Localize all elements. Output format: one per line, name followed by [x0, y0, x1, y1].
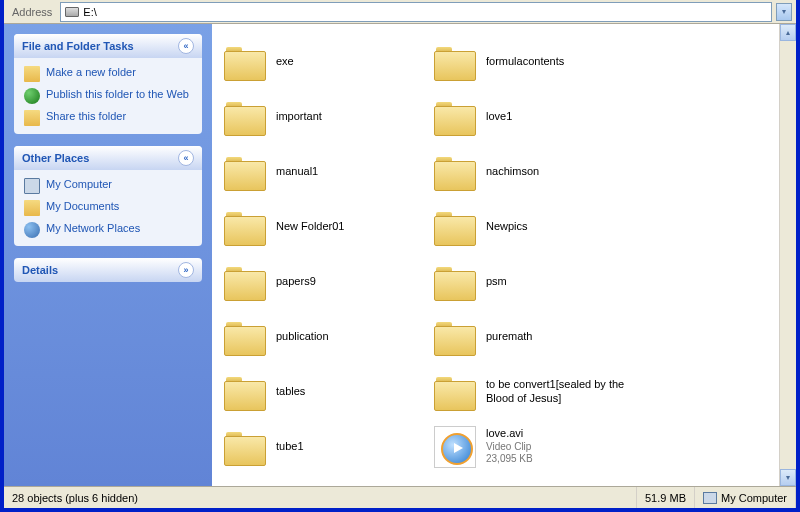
task-label: Publish this folder to the Web — [46, 88, 189, 100]
status-location-text: My Computer — [721, 492, 787, 504]
content-wrap: exeformulacontentsimportantlove1manual1n… — [212, 24, 796, 486]
item-label: to be convert1[sealed by the Blood of Je… — [486, 378, 632, 406]
folder-icon — [434, 264, 476, 300]
folder-icon — [434, 374, 476, 410]
task-link[interactable]: Publish this folder to the Web — [24, 88, 192, 104]
folder-icon — [434, 44, 476, 80]
folder-icon — [434, 154, 476, 190]
collapse-icon: « — [178, 38, 194, 54]
folder-icon — [434, 209, 476, 245]
folder-icon — [224, 44, 266, 80]
drive-icon — [65, 7, 79, 17]
scroll-track[interactable] — [780, 41, 796, 469]
place-label: My Computer — [46, 178, 112, 190]
item-label: love1 — [486, 110, 512, 124]
my-computer-icon — [703, 492, 717, 504]
folder-icon — [224, 429, 266, 465]
status-objects: 28 objects (plus 6 hidden) — [4, 487, 637, 508]
video-file-icon — [434, 426, 476, 468]
folder-item[interactable]: exe — [218, 34, 428, 89]
panel-body-places: My ComputerMy DocumentsMy Network Places — [14, 170, 202, 246]
item-label: important — [276, 110, 322, 124]
scroll-down-button[interactable]: ▾ — [780, 469, 796, 486]
panel-details: Details » — [14, 258, 202, 282]
panel-header-details[interactable]: Details » — [14, 258, 202, 282]
task-link[interactable]: Share this folder — [24, 110, 192, 126]
side-pane: File and Folder Tasks « Make a new folde… — [4, 24, 212, 486]
status-size: 51.9 MB — [637, 487, 695, 508]
body: File and Folder Tasks « Make a new folde… — [4, 24, 796, 486]
item-label: Newpics — [486, 220, 528, 234]
scroll-up-button[interactable]: ▴ — [780, 24, 796, 41]
folder-item[interactable]: psm — [428, 254, 638, 309]
panel-title: Details — [22, 264, 58, 276]
status-bar: 28 objects (plus 6 hidden) 51.9 MB My Co… — [4, 486, 796, 508]
expand-icon: » — [178, 262, 194, 278]
comp-icon — [24, 178, 40, 194]
place-link[interactable]: My Computer — [24, 178, 192, 194]
item-label: manual1 — [276, 165, 318, 179]
address-field[interactable]: E:\ — [60, 2, 772, 22]
folder-icon — [434, 99, 476, 135]
item-label: tables — [276, 385, 305, 399]
chevron-down-icon: ▾ — [786, 473, 790, 482]
folder-item[interactable]: tables — [218, 364, 428, 419]
folder-item[interactable]: New Folder01 — [218, 199, 428, 254]
panel-title: File and Folder Tasks — [22, 40, 134, 52]
folder-item[interactable]: love1 — [428, 89, 638, 144]
item-label: tube1 — [276, 440, 304, 454]
folder-item[interactable]: Newpics — [428, 199, 638, 254]
panel-header-places[interactable]: Other Places « — [14, 146, 202, 170]
docs-icon — [24, 200, 40, 216]
address-path: E:\ — [83, 6, 96, 18]
item-label: publication — [276, 330, 329, 344]
share-icon — [24, 110, 40, 126]
folder-item[interactable]: papers9 — [218, 254, 428, 309]
address-dropdown-button[interactable]: ▾ — [776, 3, 792, 21]
task-label: Share this folder — [46, 110, 126, 122]
panel-other-places: Other Places « My ComputerMy DocumentsMy… — [14, 146, 202, 246]
folder-item[interactable]: puremath — [428, 309, 638, 364]
folder-item[interactable]: important — [218, 89, 428, 144]
file-item[interactable]: love.aviVideo Clip23,095 KB — [428, 419, 638, 474]
item-label: love.aviVideo Clip23,095 KB — [486, 427, 533, 466]
place-label: My Documents — [46, 200, 119, 212]
folder-item[interactable]: formulacontents — [428, 34, 638, 89]
vertical-scrollbar[interactable]: ▴ ▾ — [779, 24, 796, 486]
explorer-window: Address E:\ ▾ File and Folder Tasks « Ma… — [4, 0, 796, 508]
chevron-down-icon: ▾ — [782, 7, 786, 16]
folder-icon — [224, 374, 266, 410]
address-bar: Address E:\ ▾ — [4, 0, 796, 24]
panel-file-tasks: File and Folder Tasks « Make a new folde… — [14, 34, 202, 134]
folder-icon — [434, 319, 476, 355]
collapse-icon: « — [178, 150, 194, 166]
folder-icon — [224, 319, 266, 355]
item-label: exe — [276, 55, 294, 69]
item-label: nachimson — [486, 165, 539, 179]
address-label: Address — [8, 6, 56, 18]
folder-item[interactable]: publication — [218, 309, 428, 364]
folder-icon — [224, 209, 266, 245]
item-label: puremath — [486, 330, 532, 344]
folder-icon — [224, 264, 266, 300]
item-label: psm — [486, 275, 507, 289]
globe-icon — [24, 88, 40, 104]
place-link[interactable]: My Documents — [24, 200, 192, 216]
panel-title: Other Places — [22, 152, 89, 164]
folder-icon — [224, 154, 266, 190]
folder-item[interactable]: nachimson — [428, 144, 638, 199]
place-label: My Network Places — [46, 222, 140, 234]
file-list[interactable]: exeformulacontentsimportantlove1manual1n… — [212, 24, 779, 486]
task-link[interactable]: Make a new folder — [24, 66, 192, 82]
folder-item[interactable]: manual1 — [218, 144, 428, 199]
panel-header-tasks[interactable]: File and Folder Tasks « — [14, 34, 202, 58]
folder-item[interactable]: tube1 — [218, 419, 428, 474]
item-label: New Folder01 — [276, 220, 344, 234]
folder-icon — [224, 99, 266, 135]
item-label: formulacontents — [486, 55, 564, 69]
place-link[interactable]: My Network Places — [24, 222, 192, 238]
status-location: My Computer — [695, 487, 796, 508]
folder-item[interactable]: to be convert1[sealed by the Blood of Je… — [428, 364, 638, 419]
chevron-up-icon: ▴ — [786, 28, 790, 37]
item-label: papers9 — [276, 275, 316, 289]
